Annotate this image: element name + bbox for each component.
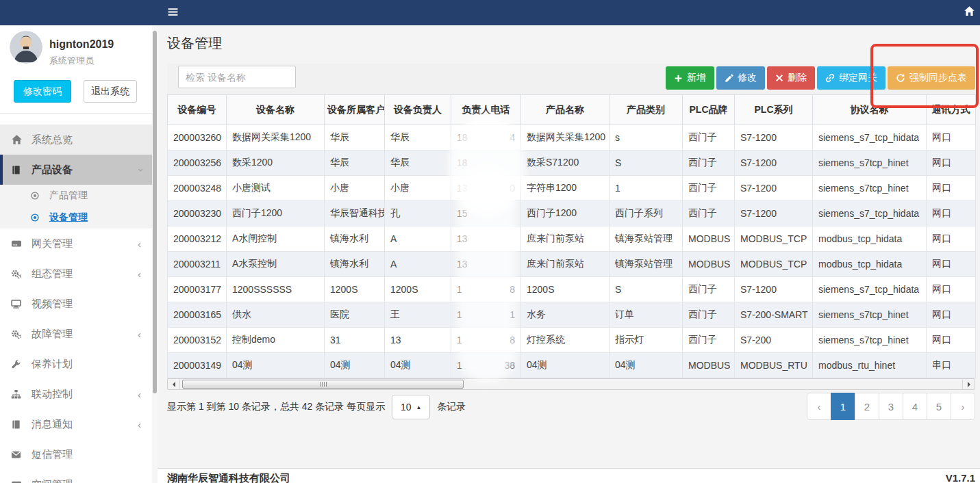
home-button[interactable] — [964, 5, 975, 19]
cell-phone: 18 — [451, 151, 521, 176]
column-header[interactable]: 设备名称 — [227, 95, 325, 125]
pagination-page-3[interactable]: 3 — [879, 393, 903, 420]
cell-customer: 镇海水利 — [325, 252, 385, 277]
search-input[interactable] — [178, 66, 296, 88]
cell-product: 庶来门前泵站 — [521, 252, 610, 277]
cell-name: 控制demo — [227, 328, 325, 353]
sidebar-item-fault-management[interactable]: 故障管理‹ — [0, 319, 152, 349]
cell-id: 200003248 — [168, 176, 227, 201]
table-row[interactable]: 200003152控制demo311318灯控系统指示灯西门子S7-200sie… — [168, 328, 976, 353]
cell-protocol: siemens_s7_tcp_hidata — [813, 201, 927, 226]
cell-comm: 网口 — [927, 226, 976, 252]
table-row[interactable]: 200003230西门子1200华辰智通科技孔15西门子1200西门子系列西门子… — [168, 201, 976, 226]
caret-up-icon: ▲ — [416, 404, 422, 410]
logout-button[interactable]: 退出系统 — [84, 80, 137, 103]
column-header[interactable]: 设备编号 — [168, 95, 227, 125]
column-header[interactable]: PLC系列 — [735, 95, 813, 125]
sidebar-item-system-overview[interactable]: 系统总览 — [0, 125, 152, 155]
pagination-page-4[interactable]: 4 — [903, 393, 927, 420]
cell-product: 西门子1200 — [521, 201, 610, 226]
cell-protocol: siemens_s7tcp_hinet — [813, 302, 927, 328]
phone-prefix: 1 — [457, 284, 462, 295]
column-header[interactable]: 设备所属客户 — [325, 95, 385, 125]
table-row[interactable]: 200003211A水泵控制镇海水利A13庶来门前泵站镇海泵站管理MODBUSM… — [168, 252, 976, 277]
pagination-next[interactable]: › — [951, 393, 975, 420]
cell-phone: 11 — [451, 302, 521, 328]
table-row[interactable]: 200003256数采1200华辰华辰18数采S71200S西门子S7-1200… — [168, 151, 976, 176]
table-row[interactable]: 200003260数据网关采集1200华辰华辰184数据网关采集1200s西门子… — [168, 125, 976, 151]
column-header[interactable]: 通讯方式 — [927, 95, 976, 125]
sidebar-item-product-management[interactable]: 产品管理 — [0, 185, 152, 207]
page-size-dropdown[interactable]: 10 ▲ — [392, 395, 430, 419]
plus-icon — [674, 74, 683, 83]
book-icon — [11, 419, 26, 430]
sidebar-scrollbar-thumb[interactable] — [153, 31, 157, 393]
cell-owner: 1200S — [385, 277, 451, 302]
horizontal-scrollbar[interactable] — [167, 378, 975, 390]
chevron-left-icon: ‹ — [138, 238, 141, 250]
username: hignton2019 — [49, 38, 114, 51]
table-row[interactable]: 20000314904测04测04测13804测04测MODBUSMODBUS_… — [168, 353, 976, 378]
horizontal-scrollbar-thumb[interactable] — [182, 380, 464, 389]
cell-plc-series: S7-200 — [735, 328, 813, 353]
sidebar-item-label: 短信管理 — [32, 448, 73, 461]
phone-prefix: 1 — [457, 360, 462, 371]
sidebar-toggle-button[interactable] — [167, 6, 179, 20]
column-header[interactable]: 协议名称 — [813, 95, 927, 125]
sidebar-item-space-management[interactable]: 空间管理 — [0, 469, 152, 483]
cell-comm: 网口 — [927, 277, 976, 302]
phone-suffix: 1 — [510, 309, 515, 320]
table-row[interactable]: 200003165供水医院王11水务订单西门子S7-200-SMARTsieme… — [168, 302, 976, 328]
cell-customer: 1200S — [325, 277, 385, 302]
user-panel: hignton2019 系统管理员 — [0, 25, 152, 67]
column-header[interactable]: 产品名称 — [521, 95, 610, 125]
phone-prefix: 1 — [457, 309, 462, 320]
sidebar-scrollbar[interactable] — [152, 25, 158, 483]
pagination-page-1[interactable]: 1 — [831, 393, 855, 420]
sidebar-item-gateway-management[interactable]: 网关管理‹ — [0, 229, 152, 259]
sidebar-item-message-notification[interactable]: 消息通知‹ — [0, 409, 152, 439]
table-row[interactable]: 200003212A水闸控制镇海水利A13庶来门前泵站镇海泵站管理MODBUSM… — [168, 226, 976, 252]
sidebar-item-scada-management[interactable]: 组态管理‹ — [0, 259, 152, 289]
change-password-button[interactable]: 修改密码 — [14, 80, 71, 103]
cell-category: 1 — [610, 176, 683, 201]
table-row[interactable]: 200003248小唐测试小唐小唐130字符串12001西门子S7-1200si… — [168, 176, 976, 201]
pagination: ‹12345› — [807, 393, 975, 420]
force-sync-button[interactable]: 强制同步点表 — [888, 66, 975, 90]
home-icon — [964, 9, 975, 19]
phone-prefix: 1 — [457, 335, 462, 345]
cell-comm: 网口 — [927, 125, 976, 151]
sidebar-item-label: 组态管理 — [32, 267, 73, 280]
cogs-icon — [11, 329, 26, 339]
column-header[interactable]: 设备负责人 — [385, 95, 451, 125]
pagination-prev[interactable]: ‹ — [807, 393, 831, 420]
sidebar-item-product-device[interactable]: 产品设备‹ — [0, 155, 152, 185]
cell-protocol: siemens_s7tcp_hinet — [813, 328, 927, 353]
scroll-right-arrow[interactable] — [962, 379, 975, 389]
edit-button[interactable]: 修改 — [716, 66, 765, 90]
chevron-left-icon: ‹ — [138, 328, 141, 340]
sidebar-item-video-management[interactable]: 视频管理 — [0, 289, 152, 319]
bind-gateway-button[interactable]: 绑定网关 — [817, 66, 885, 90]
device-management-page: hignton2019 系统管理员 修改密码 退出系统 系统总览产品设备‹产品管… — [0, 0, 980, 483]
column-header[interactable]: 负责人电话 — [451, 95, 521, 125]
phone-prefix: 15 — [457, 208, 468, 219]
record-unit-label: 条记录 — [437, 401, 466, 413]
phone-suffix: 0 — [510, 183, 515, 194]
cell-owner: 孔 — [385, 201, 451, 226]
sidebar-item-sms-management[interactable]: 短信管理 — [0, 439, 152, 469]
button-label: 强制同步点表 — [909, 72, 967, 84]
add-button[interactable]: 新增 — [666, 66, 714, 90]
cell-owner: 华辰 — [385, 125, 451, 151]
table-row[interactable]: 2000031771200SSSSSS1200S1200S181200SS西门子… — [168, 277, 976, 302]
sidebar-item-maintenance-plan[interactable]: 保养计划 — [0, 349, 152, 379]
column-header[interactable]: 产品类别 — [610, 95, 683, 125]
scroll-left-arrow[interactable] — [168, 379, 180, 389]
pagination-page-5[interactable]: 5 — [927, 393, 951, 420]
delete-button[interactable]: 删除 — [767, 66, 815, 90]
cell-phone: 18 — [451, 328, 521, 353]
sidebar-item-device-management[interactable]: 设备管理 — [0, 207, 152, 229]
pagination-page-2[interactable]: 2 — [855, 393, 879, 420]
sidebar-item-linkage-control[interactable]: 联动控制‹ — [0, 379, 152, 409]
column-header[interactable]: PLC品牌 — [683, 95, 735, 125]
